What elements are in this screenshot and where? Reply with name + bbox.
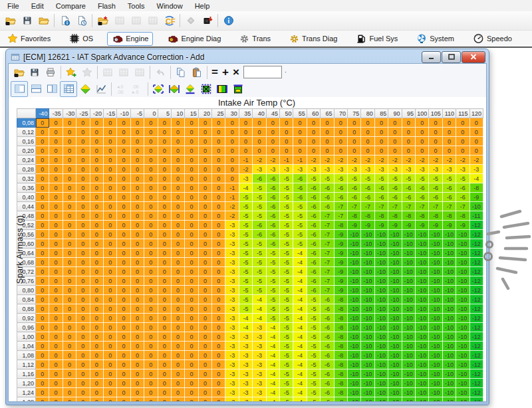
grid-cell[interactable]: -2 bbox=[225, 202, 239, 211]
grid-cell[interactable]: 0 bbox=[212, 295, 225, 304]
grid-cell[interactable]: 0 bbox=[76, 165, 90, 174]
grid-cell[interactable]: 0 bbox=[36, 342, 49, 351]
grid-cell[interactable]: 0 bbox=[171, 276, 184, 286]
grid-cell[interactable]: -3 bbox=[239, 397, 252, 403]
grid-cell[interactable]: 0 bbox=[103, 230, 116, 239]
grid-cell[interactable]: 0 bbox=[171, 379, 184, 388]
grid-cell[interactable]: -5 bbox=[239, 276, 252, 286]
grid-cell[interactable]: -3 bbox=[225, 360, 239, 369]
grid-cell[interactable]: -10 bbox=[361, 249, 374, 258]
grid-cell[interactable]: -6 bbox=[266, 183, 279, 193]
grid-cell[interactable]: -5 bbox=[266, 276, 279, 286]
grid-cell[interactable]: -10 bbox=[429, 276, 442, 286]
grid-cell[interactable]: 0 bbox=[185, 183, 198, 193]
grid-cell[interactable]: 0 bbox=[158, 295, 171, 304]
grid-cell[interactable]: 0 bbox=[76, 369, 90, 379]
grid-cell[interactable]: 0 bbox=[117, 239, 130, 249]
menu-compare[interactable]: Compare bbox=[50, 1, 92, 11]
grid-cell[interactable]: -10 bbox=[456, 360, 469, 369]
grid-cell[interactable]: 0 bbox=[76, 397, 90, 403]
grid-cell[interactable]: 0 bbox=[36, 118, 49, 128]
grid-cell[interactable]: 0 bbox=[212, 211, 225, 221]
grid-cell[interactable]: 0 bbox=[347, 137, 360, 146]
tab-favorites[interactable]: Favorites bbox=[3, 31, 55, 46]
grid-cell[interactable]: -10 bbox=[429, 323, 442, 332]
grid-cell[interactable]: 0 bbox=[76, 221, 90, 230]
grid-cell[interactable]: 0 bbox=[171, 286, 184, 295]
grid-cell[interactable]: -3 bbox=[239, 369, 252, 379]
grid-cell[interactable]: -10 bbox=[402, 397, 415, 403]
grid-cell[interactable]: 0 bbox=[90, 304, 103, 314]
col-header[interactable]: 80 bbox=[361, 109, 374, 118]
grid-cell[interactable]: 0 bbox=[185, 211, 198, 221]
grid-cell[interactable]: -10 bbox=[456, 332, 469, 342]
grid-cell[interactable]: -6 bbox=[307, 239, 320, 249]
grid-cell[interactable]: 0 bbox=[130, 360, 144, 369]
grid-cell[interactable]: -5 bbox=[239, 230, 252, 239]
row-header[interactable]: 1,08 bbox=[17, 351, 36, 360]
grid-cell[interactable]: 0 bbox=[402, 118, 415, 128]
grid-cell[interactable]: 0 bbox=[321, 146, 334, 155]
grid-cell[interactable]: 0 bbox=[198, 295, 211, 304]
col-header[interactable]: -25 bbox=[76, 109, 90, 118]
grid-cell[interactable]: -4 bbox=[266, 323, 279, 332]
grid-cell[interactable]: 0 bbox=[185, 146, 198, 155]
grid-cell[interactable]: 0 bbox=[49, 388, 63, 397]
grid-cell[interactable]: 0 bbox=[90, 165, 103, 174]
grid-cell[interactable]: 0 bbox=[266, 137, 279, 146]
grid-cell[interactable]: 0 bbox=[90, 230, 103, 239]
grid-cell[interactable]: 0 bbox=[361, 128, 374, 137]
grid-cell[interactable]: 0 bbox=[63, 267, 76, 276]
grid-cell[interactable]: 0 bbox=[225, 128, 239, 137]
grid-cell[interactable]: 0 bbox=[347, 128, 360, 137]
grid-cell[interactable]: 0 bbox=[130, 249, 144, 258]
grid-cell[interactable]: 0 bbox=[198, 397, 211, 403]
grid-cell[interactable]: -12 bbox=[469, 397, 483, 403]
grid-cell[interactable]: -1 bbox=[293, 155, 307, 165]
grid-cell[interactable]: -10 bbox=[388, 239, 402, 249]
pane-single-icon[interactable] bbox=[11, 81, 28, 97]
grid-cell[interactable]: 0 bbox=[388, 118, 402, 128]
grid-cell[interactable]: -5 bbox=[253, 193, 266, 202]
grid-cell[interactable]: 0 bbox=[49, 165, 63, 174]
grid-cell[interactable]: 0 bbox=[171, 146, 184, 155]
grid-cell[interactable]: 0 bbox=[90, 137, 103, 146]
grid-cell[interactable]: 0 bbox=[63, 221, 76, 230]
grid-cell[interactable]: -5 bbox=[280, 249, 293, 258]
grid-cell[interactable]: 0 bbox=[361, 118, 374, 128]
plus-button[interactable]: + bbox=[220, 66, 231, 79]
grid-cell[interactable]: 0 bbox=[130, 239, 144, 249]
grid-cell[interactable]: 0 bbox=[103, 342, 116, 351]
grid-cell[interactable]: 0 bbox=[171, 239, 184, 249]
grid-cell[interactable]: 0 bbox=[198, 286, 211, 295]
grid-cell[interactable]: 0 bbox=[63, 286, 76, 295]
grid-cell[interactable]: -10 bbox=[442, 276, 456, 286]
grid-cell[interactable]: -6 bbox=[253, 174, 266, 183]
copy-icon[interactable] bbox=[173, 65, 189, 80]
grid-cell[interactable]: -10 bbox=[456, 295, 469, 304]
grid-cell[interactable]: 0 bbox=[117, 146, 130, 155]
grid-cell[interactable]: -12 bbox=[469, 332, 483, 342]
grid-cell[interactable]: 0 bbox=[212, 388, 225, 397]
grid-cell[interactable]: 0 bbox=[307, 118, 320, 128]
grid-cell[interactable]: -8 bbox=[429, 211, 442, 221]
grid-cell[interactable]: 0 bbox=[442, 118, 456, 128]
grid-cell[interactable]: 0 bbox=[429, 146, 442, 155]
grid-cell[interactable]: -5 bbox=[307, 174, 320, 183]
grid-cell[interactable]: 0 bbox=[144, 183, 158, 193]
grid-cell[interactable]: -3 bbox=[253, 388, 266, 397]
grid-cell[interactable]: 0 bbox=[90, 174, 103, 183]
grid-cell[interactable]: 0 bbox=[36, 155, 49, 165]
grid-cell[interactable]: 0 bbox=[103, 239, 116, 249]
grid-cell[interactable]: -3 bbox=[225, 221, 239, 230]
grid-cell[interactable]: 0 bbox=[171, 267, 184, 276]
grid-cell[interactable]: 0 bbox=[103, 202, 116, 211]
grid-cell[interactable]: -10 bbox=[374, 369, 388, 379]
grid-cell[interactable]: 0 bbox=[212, 193, 225, 202]
grid-cell[interactable]: 0 bbox=[456, 146, 469, 155]
grid-cell[interactable]: 0 bbox=[469, 118, 483, 128]
menu-window[interactable]: Window bbox=[151, 1, 189, 11]
grid-cell[interactable]: 0 bbox=[198, 342, 211, 351]
grid-cell[interactable]: -7 bbox=[321, 286, 334, 295]
grid-cell[interactable]: -8 bbox=[334, 351, 347, 360]
